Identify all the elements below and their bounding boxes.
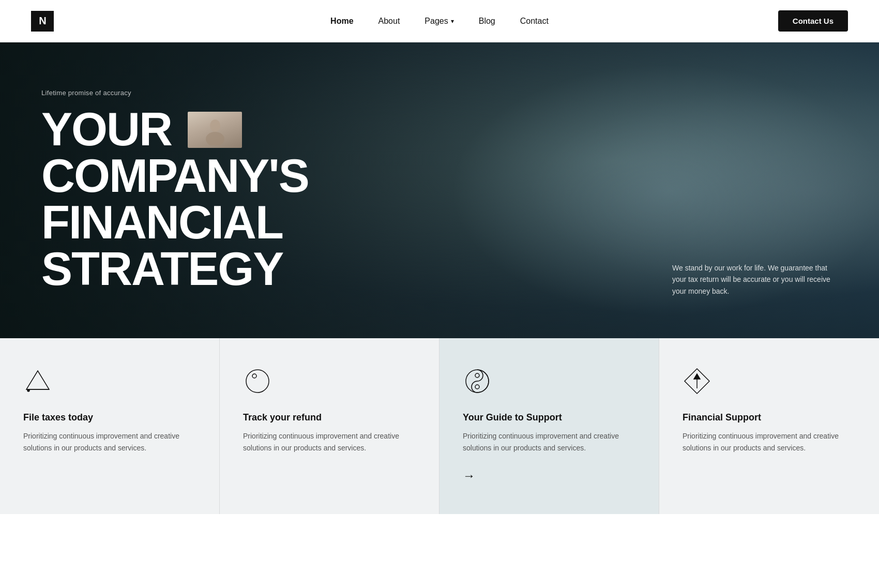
chevron-down-icon: ▾	[451, 18, 454, 25]
hero-thumbnail	[188, 112, 242, 148]
svg-marker-2	[26, 371, 49, 389]
hero-headline: YOUR COMPANY'S FINANCIAL STRATEGY	[41, 106, 507, 292]
nav-menu: Home About Pages ▾ Blog Contact	[330, 17, 549, 26]
feature-desc-guide-support: Prioritizing continuous improvement and …	[463, 430, 635, 454]
feature-title-financial-support: Financial Support	[683, 412, 856, 423]
svg-point-9	[475, 385, 479, 389]
svg-point-1	[206, 132, 224, 145]
feature-title-track-refund: Track your refund	[243, 412, 416, 423]
logo-icon: N	[31, 11, 54, 32]
feature-title-guide-support: Your Guide to Support	[463, 412, 635, 423]
feature-card-file-taxes: File taxes today Prioritizing continuous…	[0, 338, 220, 514]
nav-contact[interactable]: Contact	[520, 17, 549, 26]
navbar: N Home About Pages ▾ Blog Contact Contac…	[0, 0, 879, 42]
diamond-arrow-icon	[683, 367, 711, 396]
nav-pages[interactable]: Pages ▾	[425, 17, 453, 26]
feature-title-file-taxes: File taxes today	[23, 412, 196, 423]
feature-card-financial-support: Financial Support Prioritizing continuou…	[659, 338, 879, 514]
svg-point-8	[475, 373, 479, 378]
hero-section: Lifetime promise of accuracy YOUR COMPAN…	[0, 42, 879, 338]
feature-desc-track-refund: Prioritizing continuous improvement and …	[243, 430, 416, 483]
feature-desc-file-taxes: Prioritizing continuous improvement and …	[23, 430, 196, 483]
feature-card-guide-support: Your Guide to Support Prioritizing conti…	[440, 338, 659, 514]
nav-about[interactable]: About	[378, 17, 400, 26]
hero-content: Lifetime promise of accuracy YOUR COMPAN…	[0, 42, 879, 338]
nav-blog[interactable]: Blog	[479, 17, 495, 26]
feature-card-track-refund: Track your refund Prioritizing continuou…	[220, 338, 440, 514]
logo[interactable]: N	[31, 11, 54, 32]
svg-marker-12	[694, 374, 700, 379]
nav-home[interactable]: Home	[330, 17, 353, 26]
contact-us-button[interactable]: Contact Us	[778, 10, 848, 32]
mountain-icon	[23, 367, 52, 396]
hero-tagline: Lifetime promise of accuracy	[41, 89, 838, 97]
circle-dot-icon	[243, 367, 272, 396]
feature-desc-financial-support: Prioritizing continuous improvement and …	[683, 430, 856, 483]
yin-yang-icon	[463, 367, 492, 396]
svg-point-6	[252, 374, 256, 378]
svg-point-5	[246, 370, 269, 393]
svg-point-0	[210, 119, 220, 132]
features-section: File taxes today Prioritizing continuous…	[0, 338, 879, 514]
arrow-icon[interactable]: →	[463, 469, 635, 483]
svg-point-4	[27, 389, 29, 391]
